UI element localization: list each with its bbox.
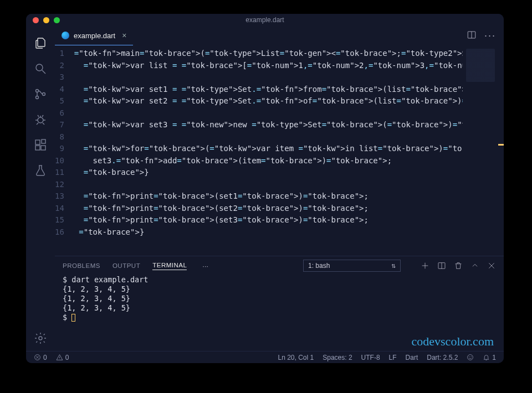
extensions-icon [34,138,47,152]
terminal-output[interactable]: $ dart example.dart {1, 2, 3, 4, 5} {1, … [55,275,504,351]
status-indentation[interactable]: Spaces: 2 [320,354,354,361]
test-activity[interactable] [26,158,55,183]
minimap-marker [498,144,504,146]
minimap-content [466,49,495,82]
split-editor-button[interactable] [467,30,477,42]
svg-point-3 [36,96,39,99]
status-feedback[interactable] [464,354,476,361]
svg-point-4 [43,93,45,96]
status-encoding[interactable]: UTF-8 [359,354,382,361]
svg-point-2 [36,90,39,92]
status-errors[interactable]: 0 [32,354,49,361]
status-bell-count: 1 [492,354,496,361]
svg-rect-8 [41,146,45,150]
terminal-tab[interactable]: TERMINAL [152,262,187,270]
close-panel-button[interactable] [487,261,496,270]
svg-point-10 [39,337,42,340]
svg-point-25 [469,356,470,357]
editor-more-button[interactable]: ··· [484,30,496,42]
svg-rect-7 [35,146,40,150]
settings-activity[interactable] [26,325,55,351]
smiley-icon [467,354,474,361]
chevron-updown-icon: ⇅ [391,263,396,269]
code-editor[interactable]: 12345678910111213141516 ="tok-fn">main="… [55,45,463,256]
bottom-panel: PROBLEMS OUTPUT TERMINAL ··· 1: bash ⇅ [55,256,504,351]
beaker-icon [34,164,47,177]
split-icon [467,30,477,40]
status-dart-version[interactable]: Dart: 2.5.2 [424,354,460,361]
error-circle-icon [34,354,41,361]
window-title: example.dart [26,16,504,24]
close-tab-button[interactable]: × [120,31,126,40]
warning-triangle-icon [56,354,63,361]
svg-point-5 [38,117,43,123]
extensions-activity[interactable] [26,132,55,158]
split-terminal-button[interactable] [437,261,446,270]
maximize-panel-button[interactable] [470,261,479,270]
line-number-gutter: 12345678910111213141516 [55,48,74,256]
search-icon [34,62,47,75]
bug-icon [34,113,47,126]
code-content: ="tok-fn">main="tok-brace">(="tok-type">… [74,48,463,256]
svg-point-0 [36,64,43,71]
status-warnings[interactable]: 0 [54,354,71,361]
search-activity[interactable] [26,56,55,81]
editor-tabs: example.dart × ··· [55,26,504,45]
new-terminal-button[interactable] [421,261,429,270]
svg-rect-6 [35,140,40,144]
svg-point-26 [471,356,472,357]
terminal-shell-label: 1: bash [308,262,330,270]
dart-file-icon [62,32,69,39]
explorer-activity[interactable] [26,30,55,56]
status-language[interactable]: Dart [403,354,421,361]
minimap[interactable] [463,45,504,256]
svg-point-24 [468,355,473,360]
panel-more-button[interactable]: ··· [202,262,208,270]
source-control-icon [34,87,47,101]
status-eol[interactable]: LF [387,354,399,361]
tab-filename: example.dart [74,32,115,40]
bell-icon [483,354,490,361]
status-warnings-count: 0 [65,354,69,361]
source-control-activity[interactable] [26,81,55,107]
status-cursor-position[interactable]: Ln 20, Col 1 [276,354,316,361]
svg-line-1 [42,70,45,74]
status-errors-count: 0 [43,354,47,361]
activity-bar [26,26,55,351]
files-icon [34,37,47,50]
svg-rect-9 [42,139,45,143]
output-tab[interactable]: OUTPUT [112,262,140,269]
status-bar: 0 0 Ln 20, Col 1 Spaces: 2 UTF-8 LF Dart… [26,351,504,363]
debug-activity[interactable] [26,107,55,132]
gear-icon [34,332,47,345]
status-notifications[interactable]: 1 [480,354,498,361]
problems-tab[interactable]: PROBLEMS [63,262,100,269]
window-titlebar: example.dart [26,14,504,26]
editor-tab-example-dart[interactable]: example.dart × [55,26,133,45]
terminal-shell-select[interactable]: 1: bash ⇅ [303,260,401,272]
kill-terminal-button[interactable] [454,261,463,270]
